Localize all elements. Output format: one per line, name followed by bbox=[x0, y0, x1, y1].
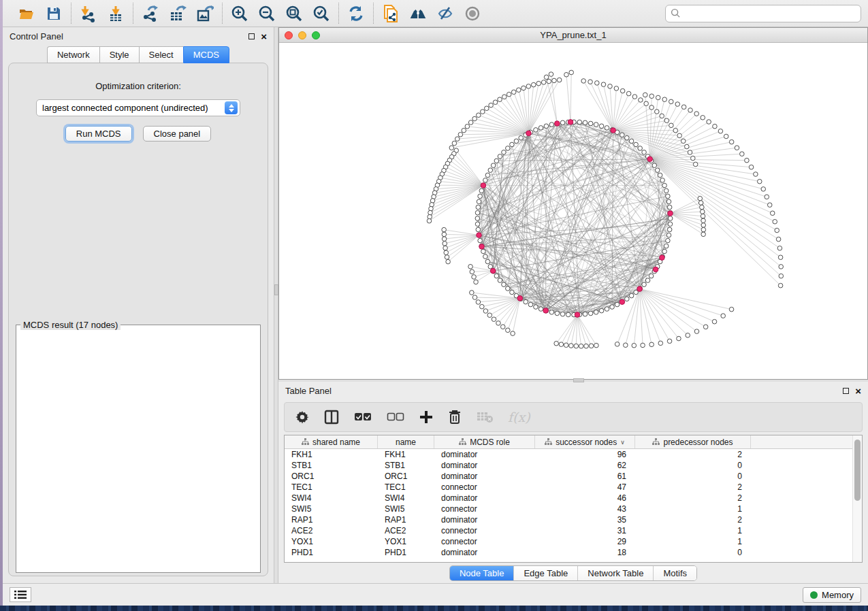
tab-mcds[interactable]: MCDS bbox=[183, 46, 229, 63]
network-node[interactable] bbox=[498, 154, 502, 159]
network-node[interactable] bbox=[701, 116, 705, 120]
network-node[interactable] bbox=[712, 319, 717, 324]
network-node[interactable] bbox=[472, 116, 477, 121]
network-node[interactable] bbox=[700, 205, 705, 210]
network-node[interactable] bbox=[564, 343, 568, 348]
network-node[interactable] bbox=[502, 95, 507, 99]
network-node[interactable] bbox=[666, 233, 671, 237]
network-node[interactable] bbox=[427, 218, 432, 223]
network-node[interactable] bbox=[443, 242, 447, 246]
table-row[interactable]: ACE2ACE2connector311 bbox=[285, 525, 852, 536]
network-node[interactable] bbox=[658, 173, 662, 178]
network-node[interactable] bbox=[478, 194, 483, 199]
network-node[interactable] bbox=[477, 113, 481, 118]
network-node[interactable] bbox=[560, 120, 565, 125]
network-node[interactable] bbox=[698, 201, 703, 205]
network-node[interactable] bbox=[492, 317, 496, 322]
network-node[interactable] bbox=[483, 254, 488, 259]
network-node[interactable] bbox=[470, 291, 475, 295]
table-row[interactable]: SWI4SWI4dominator462 bbox=[285, 493, 852, 503]
network-node[interactable] bbox=[698, 196, 703, 201]
network-node[interactable] bbox=[549, 310, 554, 315]
network-node[interactable] bbox=[544, 75, 549, 80]
network-node[interactable] bbox=[649, 94, 654, 99]
search-network-icon[interactable] bbox=[409, 5, 427, 22]
network-node-selected[interactable] bbox=[575, 312, 580, 318]
network-node[interactable] bbox=[660, 178, 665, 183]
network-node[interactable] bbox=[506, 286, 511, 291]
network-node[interactable] bbox=[669, 99, 673, 104]
tab-network[interactable]: Network bbox=[47, 46, 99, 63]
network-node[interactable] bbox=[629, 139, 634, 144]
network-node[interactable] bbox=[686, 333, 690, 337]
network-node-selected[interactable] bbox=[647, 156, 653, 162]
refresh-icon[interactable] bbox=[347, 5, 365, 22]
network-node[interactable] bbox=[595, 81, 600, 86]
network-node[interactable] bbox=[588, 311, 593, 316]
network-node[interactable] bbox=[754, 172, 758, 177]
network-node[interactable] bbox=[641, 343, 645, 348]
network-node[interactable] bbox=[428, 210, 433, 215]
network-node[interactable] bbox=[767, 203, 772, 208]
network-node[interactable] bbox=[777, 246, 782, 250]
network-node[interactable] bbox=[658, 341, 663, 346]
float-panel-icon[interactable] bbox=[248, 33, 255, 39]
save-session-icon[interactable] bbox=[45, 5, 63, 22]
network-node[interactable] bbox=[502, 282, 507, 287]
network-node[interactable] bbox=[655, 168, 660, 173]
tab-motifs[interactable]: Motifs bbox=[653, 566, 696, 580]
network-node[interactable] bbox=[626, 91, 631, 96]
network-node[interactable] bbox=[485, 173, 490, 178]
zoom-in-icon[interactable] bbox=[231, 5, 248, 22]
network-node[interactable] bbox=[677, 133, 682, 138]
network-node[interactable] bbox=[544, 124, 549, 129]
network-node[interactable] bbox=[444, 250, 449, 255]
network-node[interactable] bbox=[667, 339, 672, 344]
network-node[interactable] bbox=[583, 312, 588, 316]
network-node[interactable] bbox=[660, 114, 664, 118]
network-node[interactable] bbox=[494, 274, 499, 278]
network-node-selected[interactable] bbox=[568, 120, 573, 125]
network-node[interactable] bbox=[749, 165, 754, 169]
network-node[interactable] bbox=[685, 144, 690, 149]
network-node[interactable] bbox=[701, 223, 706, 228]
open-file-icon[interactable] bbox=[18, 5, 35, 22]
network-node[interactable] bbox=[524, 299, 528, 304]
network-node[interactable] bbox=[494, 159, 499, 163]
network-node[interactable] bbox=[541, 80, 546, 85]
network-node[interactable] bbox=[510, 290, 515, 295]
network-node[interactable] bbox=[449, 146, 454, 150]
tab-style[interactable]: Style bbox=[99, 46, 139, 63]
add-column-icon[interactable] bbox=[419, 410, 433, 424]
network-node[interactable] bbox=[765, 195, 769, 199]
column-header-successor-nodes[interactable]: successor nodes∨ bbox=[535, 435, 635, 448]
network-node[interactable] bbox=[574, 344, 579, 348]
search-input[interactable] bbox=[684, 8, 856, 18]
search-box[interactable] bbox=[665, 5, 861, 22]
network-node[interactable] bbox=[559, 342, 564, 347]
network-node[interactable] bbox=[688, 108, 693, 113]
splitter-grip[interactable] bbox=[573, 378, 584, 382]
network-node[interactable] bbox=[638, 146, 643, 151]
column-header-name[interactable]: name bbox=[378, 435, 434, 448]
network-node-selected[interactable] bbox=[526, 131, 532, 136]
table-row[interactable]: TEC1TEC1connector472 bbox=[285, 482, 852, 493]
delete-column-icon[interactable] bbox=[448, 410, 462, 425]
network-node[interactable] bbox=[470, 269, 475, 274]
network-node[interactable] bbox=[644, 101, 649, 106]
network-node[interactable] bbox=[496, 321, 501, 326]
network-node[interactable] bbox=[664, 188, 669, 193]
network-node[interactable] bbox=[594, 122, 598, 127]
network-node[interactable] bbox=[588, 80, 593, 84]
network-node[interactable] bbox=[775, 228, 779, 233]
network-node[interactable] bbox=[579, 344, 583, 348]
network-node[interactable] bbox=[656, 95, 660, 100]
network-node[interactable] bbox=[480, 304, 485, 309]
network-node[interactable] bbox=[668, 216, 673, 221]
network-node[interactable] bbox=[707, 120, 711, 125]
network-node[interactable] bbox=[649, 342, 654, 347]
network-node[interactable] bbox=[511, 90, 516, 95]
network-node[interactable] bbox=[468, 265, 473, 269]
network-node[interactable] bbox=[589, 344, 594, 348]
network-node[interactable] bbox=[534, 128, 539, 133]
